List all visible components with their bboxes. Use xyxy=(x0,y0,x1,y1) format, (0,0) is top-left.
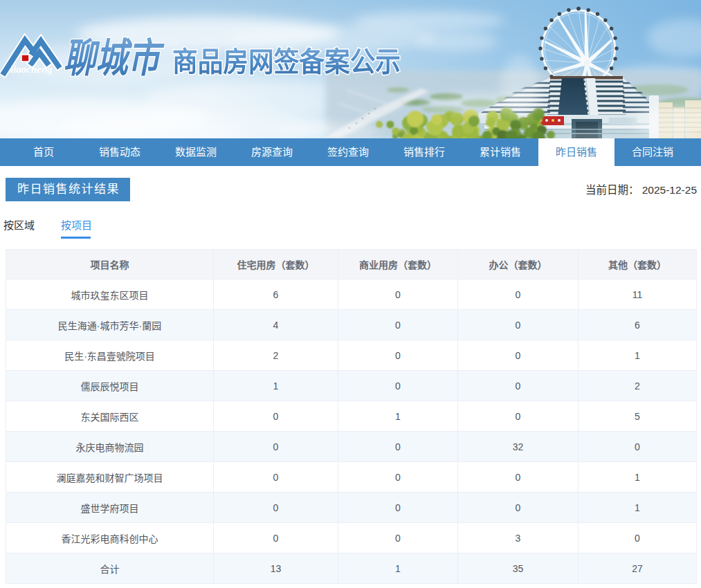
svg-text:聊城市: 聊城市 xyxy=(64,35,165,80)
svg-text:商品房网签备案公示: 商品房网签备案公示 xyxy=(172,46,401,77)
svg-text:liaocheng: liaocheng xyxy=(10,64,53,75)
